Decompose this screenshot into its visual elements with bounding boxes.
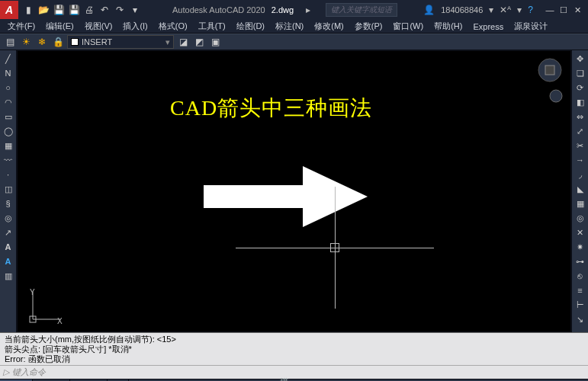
title-search-icon: ▸	[306, 5, 310, 15]
menu-help[interactable]: 帮助(H)	[429, 20, 467, 33]
explode-icon[interactable]: ✷	[574, 241, 587, 253]
layer-name: INSERT	[82, 37, 112, 46]
doc-title: 2.dwg	[272, 5, 294, 14]
region-icon[interactable]: ◫	[2, 183, 15, 195]
menu-parametric[interactable]: 参数(P)	[350, 20, 387, 33]
ucs-x-label: X	[57, 317, 63, 325]
layer-on-icon[interactable]: ☀	[19, 35, 33, 49]
stretch-icon[interactable]: ⇔	[574, 110, 587, 123]
hatch-icon[interactable]: ▦	[2, 139, 15, 152]
search-input[interactable]: 键入关键字或短语	[326, 3, 397, 17]
menu-view[interactable]: 视图(V)	[80, 20, 117, 33]
qat-more-icon[interactable]: ▾	[128, 3, 142, 17]
menu-dimension[interactable]: 标注(N)	[271, 20, 308, 33]
window-close-icon[interactable]: ✕	[571, 5, 583, 15]
break-icon[interactable]: ⎋	[574, 270, 587, 282]
redo-icon[interactable]: ↷	[113, 3, 127, 17]
layer-toolbar: ▤ ☀ ❄ 🔒 INSERT ▾ ◪ ◩ ▣ — ❐ ✕	[0, 34, 588, 50]
help-dd-icon[interactable]: ▾	[517, 5, 522, 15]
app-exchange-icon[interactable]: ✕ᴬ	[500, 5, 511, 15]
chamfer-icon[interactable]: ◣	[574, 183, 587, 195]
offset-icon[interactable]: ◎	[574, 212, 587, 224]
point-icon[interactable]: ∙	[2, 168, 15, 181]
layer-lock-icon[interactable]: 🔒	[51, 35, 65, 49]
draw-toolbar: ╱ Ν ○ ◠ ▭ ◯ ▦ 〰 ∙ ◫ § ◎ ↗ A A ▥	[0, 50, 17, 332]
drawing-canvas[interactable]: CAD箭头中三种画法 Y X	[17, 50, 571, 332]
canvas-heading: CAD箭头中三种画法	[170, 94, 372, 123]
donut-icon[interactable]: ◎	[2, 212, 15, 224]
menu-format[interactable]: 格式(O)	[154, 20, 192, 33]
title-bar: A ▮ 📂 💾 💾 🖨 ↶ ↷ ▾ Autodesk AutoCAD 2020 …	[0, 0, 588, 20]
menu-express[interactable]: Express	[468, 21, 508, 32]
user-dd-icon[interactable]: ▾	[489, 5, 493, 15]
signin-icon[interactable]: 👤	[423, 5, 435, 15]
cmd-prompt-icon: ▷	[3, 367, 9, 377]
view-cube[interactable]	[537, 57, 563, 86]
menu-yuanquan[interactable]: 源泉设计	[509, 20, 552, 33]
rotate-icon[interactable]: ⟳	[574, 82, 587, 94]
leader-icon[interactable]: ↘	[574, 313, 587, 325]
menu-draw[interactable]: 绘图(D)	[232, 20, 269, 33]
command-history[interactable]: 当前箭头大小(mm,按图纸比例自动调节): <15> 箭头尖点: [回车改箭头尺…	[0, 333, 588, 365]
cmd-line: Error: 函数已取消	[5, 354, 583, 364]
save-icon[interactable]: 💾	[52, 3, 66, 17]
polyline-icon[interactable]: Ν	[2, 67, 15, 79]
menu-window[interactable]: 窗口(W)	[388, 20, 428, 33]
app-title: Autodesk AutoCAD 2020	[172, 5, 265, 14]
spline-icon[interactable]: 〰	[2, 154, 15, 166]
erase-icon[interactable]: ✕	[574, 226, 587, 239]
layer-prop-icon[interactable]: ▤	[3, 35, 17, 49]
cmd-line: 当前箭头大小(mm,按图纸比例自动调节): <15>	[5, 335, 583, 344]
layer-match-icon[interactable]: ◪	[176, 35, 190, 49]
cmd-line: 箭头尖点: [回车改箭头尺寸] *取消*	[5, 344, 583, 354]
move-icon[interactable]: ✥	[574, 53, 587, 65]
command-panel: 当前箭头大小(mm,按图纸比例自动调节): <15> 箭头尖点: [回车改箭头尺…	[0, 332, 588, 379]
menu-insert[interactable]: 插入(I)	[118, 20, 152, 33]
user-name[interactable]: 184068846	[441, 5, 483, 14]
helix-icon[interactable]: §	[2, 197, 15, 210]
menu-edit[interactable]: 编辑(E)	[41, 20, 79, 33]
app-logo[interactable]: A	[0, 1, 18, 19]
modify-toolbar: ✥ ❏ ⟳ ◧ ⇔ ⤢ ✂ → ◞ ◣ ▦ ◎ ✕ ✷ ⊶ ⎋ ≡ ⊢ ↘	[571, 50, 588, 332]
undo-icon[interactable]: ↶	[98, 3, 111, 17]
menu-tools[interactable]: 工具(T)	[194, 20, 230, 33]
join-icon[interactable]: ⊶	[574, 255, 587, 267]
window-minimize-icon[interactable]: —	[544, 5, 556, 15]
nav-bar[interactable]	[549, 89, 563, 106]
ray-icon[interactable]: ↗	[2, 226, 15, 239]
work-area: ╱ Ν ○ ◠ ▭ ◯ ▦ 〰 ∙ ◫ § ◎ ↗ A A ▥ CAD箭头中三种…	[0, 50, 588, 332]
layer-combo[interactable]: INSERT ▾	[67, 35, 174, 49]
fillet-icon[interactable]: ◞	[574, 168, 587, 181]
svg-marker-0	[204, 166, 368, 227]
new-icon[interactable]: ▮	[21, 3, 35, 17]
command-input[interactable]: ▷ 键入命令	[0, 365, 588, 379]
table-icon[interactable]: ▥	[2, 270, 15, 282]
plot-icon[interactable]: 🖨	[82, 3, 96, 17]
dim-icon[interactable]: ⊢	[574, 299, 587, 311]
open-icon[interactable]: 📂	[37, 3, 50, 17]
help-icon[interactable]: ?	[528, 5, 533, 15]
mtext-icon[interactable]: A	[2, 255, 15, 267]
layer-color-swatch	[71, 38, 79, 46]
ellipse-icon[interactable]: ◯	[2, 125, 15, 137]
chevron-down-icon: ▾	[165, 37, 170, 47]
align-icon[interactable]: ≡	[574, 284, 587, 296]
copy-icon[interactable]: ❏	[574, 67, 587, 79]
arc-icon[interactable]: ◠	[2, 96, 15, 108]
scale-icon[interactable]: ⤢	[574, 125, 587, 137]
line-icon[interactable]: ╱	[2, 53, 15, 65]
window-maximize-icon[interactable]: ☐	[557, 5, 570, 15]
layer-prev-icon[interactable]: ◩	[192, 35, 206, 49]
array-icon[interactable]: ▦	[574, 197, 587, 210]
menu-modify[interactable]: 修改(M)	[310, 20, 349, 33]
menu-file[interactable]: 文件(F)	[3, 20, 40, 33]
extend-icon[interactable]: →	[574, 154, 587, 166]
trim-icon[interactable]: ✂	[574, 139, 587, 152]
layer-iso-icon[interactable]: ▣	[208, 35, 222, 49]
rect-icon[interactable]: ▭	[2, 110, 15, 123]
mirror-icon[interactable]: ◧	[574, 96, 587, 108]
text-icon[interactable]: A	[2, 241, 15, 253]
layer-freeze-icon[interactable]: ❄	[35, 35, 49, 49]
saveas-icon[interactable]: 💾	[67, 3, 81, 17]
circle-icon[interactable]: ○	[2, 82, 15, 94]
